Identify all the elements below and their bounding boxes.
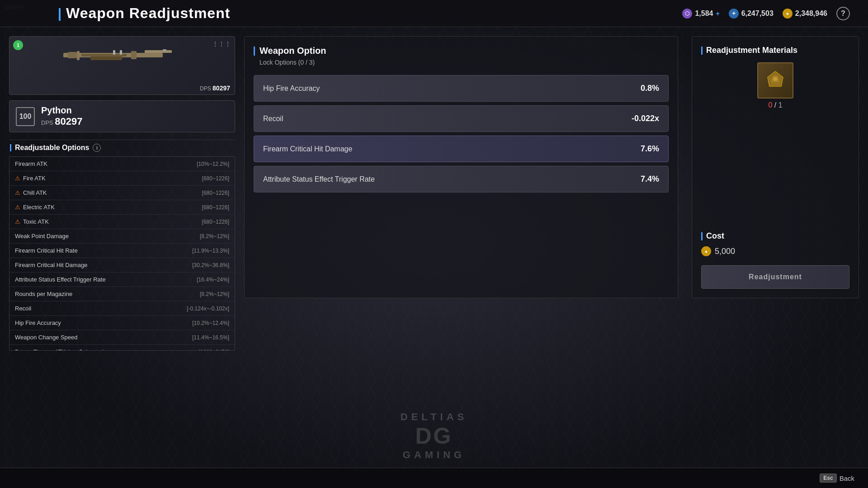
cost-section: Cost ● 5,000: [701, 222, 849, 256]
list-item[interactable]: Weak Point Damage [8.2%~12%]: [9, 229, 235, 244]
list-item[interactable]: Weapon Change Speed [11.4%~16.5%]: [9, 330, 235, 345]
watermark: DELTIAS DG GAMING: [401, 411, 467, 461]
mid-panel: Weapon Option Lock Options (0 / 3) Hip F…: [235, 36, 687, 481]
gold-currency-icon: ●: [783, 9, 793, 19]
material-svg: [764, 69, 787, 92]
option-slot-trigger-rate[interactable]: Attribute Status Effect Trigger Rate 7.4…: [254, 166, 669, 192]
esc-key[interactable]: Esc: [820, 474, 836, 483]
list-item[interactable]: Firearm Critical Hit Rate [11.9%~13.3%]: [9, 244, 235, 258]
weapon-option-panel: Weapon Option Lock Options (0 / 3) Hip F…: [244, 36, 678, 298]
readjustment-panel: Readjustment Materials 0 /: [692, 36, 859, 298]
purple-currency-icon: ⬡: [682, 9, 692, 19]
weapon-dps-label: DPS 80297: [200, 84, 230, 92]
materials-title: Readjustment Materials: [701, 46, 849, 55]
gold-currency-value: 2,348,946: [795, 9, 827, 18]
page-title: Weapon Readjustment: [59, 5, 230, 22]
watermark-bottom: GAMING: [401, 449, 467, 461]
readjustment-button[interactable]: Readjustment: [701, 265, 849, 289]
weapon-card: 1 ⋮⋮⋮: [9, 36, 235, 95]
option-slot-value-3: 7.6%: [641, 144, 659, 154]
weapon-dps-label-text: DPS: [41, 119, 53, 126]
svg-point-13: [774, 77, 777, 81]
list-item[interactable]: Recoil [-0.124x~-0.102x]: [9, 301, 235, 316]
svg-rect-8: [113, 50, 115, 55]
material-item: 0 / 1: [701, 62, 849, 109]
option-slot-crit-damage[interactable]: Firearm Critical Hit Damage 7.6%: [254, 136, 669, 162]
cost-row: ● 5,000: [701, 246, 849, 256]
purple-currency-plus[interactable]: +: [716, 10, 719, 17]
list-item[interactable]: Attribute Status Effect Trigger Rate [16…: [9, 272, 235, 287]
weapon-card-menu[interactable]: ⋮⋮⋮: [212, 40, 231, 47]
svg-rect-5: [68, 52, 77, 58]
currency-purple: ⬡ 1,584 +: [682, 9, 719, 19]
weapon-quality-badge: 1: [13, 40, 23, 50]
option-slot-name-1: Hip Fire Accuracy: [263, 84, 320, 93]
bottom-bar: Esc Back: [0, 468, 868, 488]
svg-rect-2: [131, 51, 137, 59]
option-slot-name-2: Recoil: [263, 115, 283, 123]
option-slot-hip-fire[interactable]: Hip Fire Accuracy 0.8%: [254, 75, 669, 102]
back-label: Back: [840, 474, 854, 482]
weapon-option-title: Weapon Option: [254, 46, 669, 56]
svg-rect-7: [77, 51, 80, 60]
divider: [9, 140, 235, 140]
blue-currency-icon: ✦: [729, 9, 739, 19]
top-bar: Weapon Readjustment ⬡ 1,584 + ✦ 6,247,50…: [0, 0, 868, 27]
option-slot-value-4: 7.4%: [641, 174, 659, 184]
weapon-level-badge: 100: [16, 107, 35, 126]
info-icon[interactable]: i: [93, 144, 101, 152]
watermark-top: DELTIAS: [401, 411, 467, 423]
material-have: 0: [768, 101, 772, 109]
weapon-name: Python: [41, 105, 83, 116]
list-item[interactable]: Rounds per Magazine [8.2%~12%]: [9, 287, 235, 301]
left-panel: 1 ⋮⋮⋮: [9, 36, 235, 481]
svg-rect-9: [120, 50, 122, 55]
material-count: 0 / 1: [768, 101, 782, 109]
svg-rect-1: [145, 50, 172, 53]
right-panel: Readjustment Materials 0 /: [687, 36, 859, 481]
list-item[interactable]: Bonus Firearm ATK (vs. Colossus) [1360~2…: [9, 345, 235, 351]
weapon-dps-value: 80297: [55, 116, 82, 127]
option-slot-name-4: Attribute Status Effect Trigger Rate: [263, 175, 375, 183]
material-separator: /: [774, 101, 778, 109]
list-item[interactable]: Firearm Critical Hit Damage [30.2%~36.8%…: [9, 258, 235, 272]
material-icon: [757, 62, 793, 99]
help-button[interactable]: ?: [836, 7, 850, 20]
currency-gold: ● 2,348,946: [783, 9, 827, 19]
option-slot-recoil[interactable]: Recoil -0.022x: [254, 105, 669, 132]
esc-back: Esc Back: [820, 474, 854, 483]
options-list: Firearm ATK [10%~12.2%] ⚠ Fire ATK [680~…: [9, 156, 235, 351]
blue-currency-value: 6,247,503: [741, 9, 774, 18]
lock-options-label: Lock Options (0 / 3): [254, 59, 669, 66]
material-need: 1: [778, 101, 783, 109]
svg-rect-6: [163, 49, 166, 51]
svg-rect-4: [90, 56, 122, 60]
cost-gold-icon: ●: [701, 246, 711, 256]
option-slot-value-2: -0.022x: [632, 114, 659, 123]
readjustable-options-title: Readjustable Options i: [9, 144, 235, 152]
option-slot-value-1: 0.8%: [641, 84, 659, 93]
list-item[interactable]: ⚠ Electric ATK [680~1226]: [9, 200, 235, 215]
weapon-dps-row: DPS 80297: [41, 116, 83, 127]
main-layout: 1 ⋮⋮⋮: [0, 29, 868, 488]
weapon-image: [54, 40, 190, 70]
option-slot-name-3: Firearm Critical Hit Damage: [263, 145, 352, 153]
list-item[interactable]: ⚠ Toxic ATK [680~1226]: [9, 215, 235, 229]
currency-area: ⬡ 1,584 + ✦ 6,247,503 ● 2,348,946 ?: [682, 0, 850, 27]
currency-blue: ✦ 6,247,503: [729, 9, 774, 19]
purple-currency-value: 1,584: [695, 9, 713, 18]
weapon-card-dps: 80297: [212, 84, 230, 92]
list-item[interactable]: Hip Fire Accuracy [10.2%~12.4%]: [9, 316, 235, 330]
cost-title: Cost: [701, 231, 849, 241]
list-item[interactable]: ⚠ Fire ATK [680~1226]: [9, 171, 235, 186]
cost-amount: 5,000: [715, 247, 735, 256]
list-item[interactable]: Firearm ATK [10%~12.2%]: [9, 157, 235, 171]
watermark-logo: DG: [401, 423, 467, 449]
weapon-info-bar: 100 Python DPS 80297: [9, 100, 235, 132]
weapon-image-area: [9, 37, 235, 73]
list-item[interactable]: ⚠ Chill ATK [680~1226]: [9, 186, 235, 200]
